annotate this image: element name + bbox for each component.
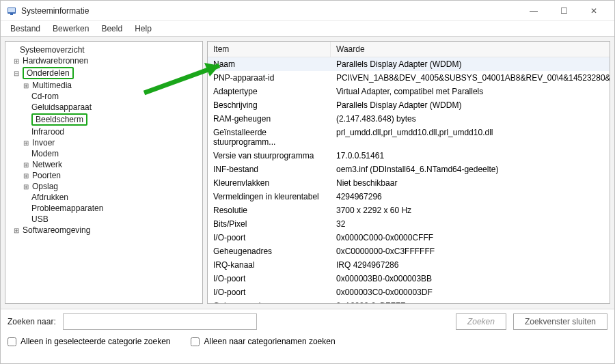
col-item[interactable]: Item [208,42,331,57]
search-bar: Zoeken naar: Zoeken Zoekvenster sluiten … [1,309,614,363]
table-row[interactable]: I/O-poort0x000003C0-0x000003DF [208,285,610,299]
cell-value: (2.147.483.648) bytes [331,113,610,124]
tree-netwerk[interactable]: ⊞Netwerk [7,159,201,170]
tree-usb[interactable]: USB [7,214,201,225]
menu-bestand[interactable]: Bestand [5,23,46,35]
cell-value: Niet beschikbaar [331,178,610,188]
table-row[interactable]: I/O-poort0x000003B0-0x000003BB [208,272,610,285]
table-row[interactable]: INF-bestandoem3.inf (DDInstall64_6.NTamd… [208,163,610,176]
cell-key: IRQ-kanaal [208,260,331,270]
col-waarde[interactable]: Waarde [331,42,610,57]
cell-value: 32 [331,219,610,229]
tree-onderdelen[interactable]: ⊟Onderdelen [7,66,201,80]
close-search-button[interactable]: Zoekvenster sluiten [513,313,607,330]
table-row[interactable]: Bits/Pixel32 [208,217,610,231]
cell-key: I/O-poort [208,287,331,298]
table-row[interactable]: RAM-geheugen(2.147.483.648) bytes [208,112,610,126]
table-row[interactable]: Resolutie3700 x 2292 x 60 Hz [208,204,610,217]
cell-value: IRQ 4294967286 [331,260,610,270]
tree-hardwarebronnen[interactable]: ⊞Hardwarebronnen [7,55,201,66]
cell-key: PNP-apparaat-id [208,72,331,83]
cell-value: PCI\VEN_1AB8&DEV_4005&SUBSYS_04001AB8&RE… [331,72,610,83]
table-row[interactable]: Geheugenadres0xC0000000-0xC3FFFFFF [208,244,610,258]
expand-icon[interactable]: ⊞ [22,82,29,89]
table-row[interactable]: IRQ-kanaalIRQ 4294967286 [208,258,610,272]
tree-panel: Systeemoverzicht ⊞Hardwarebronnen ⊟Onder… [5,41,203,304]
app-icon [6,5,17,16]
tree-softwareomgeving[interactable]: ⊞Softwareomgeving [7,225,201,236]
cell-key: Resolutie [208,205,331,216]
cell-value: Virtual Adapter, compatibel met Parallel… [331,86,610,97]
minimize-button[interactable]: — [519,1,549,21]
tree-invoer[interactable]: ⊞Invoer [7,137,201,148]
expand-icon[interactable]: ⊞ [22,139,29,147]
cell-value: 3700 x 2292 x 60 Hz [331,205,610,216]
expand-icon[interactable]: ⊞ [12,227,20,234]
search-button[interactable]: Zoeken [456,313,506,330]
tree-root[interactable]: Systeemoverzicht [7,44,201,55]
menu-bewerken[interactable]: Bewerken [47,23,94,35]
svg-rect-2 [10,14,13,15]
tree-cdrom[interactable]: Cd-rom [7,91,201,102]
tree-poorten[interactable]: ⊞Poorten [7,170,201,181]
expand-icon[interactable]: ⊞ [22,172,29,180]
cell-value: 0x000003C0-0x000003DF [331,287,610,298]
menu-beeld[interactable]: Beeld [96,23,128,35]
cell-key: I/O-poort [208,232,331,243]
tree-opslag[interactable]: ⊞Opslag [7,181,201,192]
cell-value: 0x0000C000-0x0000CFFF [331,232,610,243]
cell-value: 0xC0000000-0xC3FFFFFF [331,246,610,257]
cell-key: Kleurenvlakken [208,178,331,188]
maximize-button[interactable]: ☐ [549,1,579,21]
window-title: Systeeminformatie [21,6,89,16]
cell-key: Geheugenadres [208,246,331,257]
close-button[interactable]: ✕ [579,1,609,21]
tree-afdrukken[interactable]: Afdrukken [7,192,201,203]
expand-icon[interactable]: ⊞ [22,161,29,169]
cell-value: prl_umdd.dll,prl_umdd10.dll,prl_umdd10.d… [331,127,610,148]
table-row[interactable]: PNP-apparaat-idPCI\VEN_1AB8&DEV_4005&SUB… [208,71,610,85]
cell-key: Versie van stuurprogramma [208,150,331,161]
cell-key: INF-bestand [208,164,331,175]
table-body: NaamParallels Display Adapter (WDDM)PNP-… [208,57,610,304]
menu-help[interactable]: Help [129,23,157,35]
tree-geluidsapparaat[interactable]: Geluidsapparaat [7,102,201,113]
check-category-names[interactable]: Alleen naar categorienamen zoeken [191,337,335,346]
cell-value: 4294967296 [331,191,610,202]
tree-probleemapparaten[interactable]: Probleemapparaten [7,203,201,214]
titlebar: Systeeminformatie — ☐ ✕ [1,1,614,21]
tree-multimedia[interactable]: ⊞Multimedia [7,80,201,91]
collapse-icon[interactable]: ⊟ [12,70,20,77]
table-header: Item Waarde [208,42,610,57]
cell-key: Geïnstalleerde stuurprogramm... [208,127,331,148]
cell-key: RAM-geheugen [208,113,331,124]
cell-key: Adaptertype [208,86,331,97]
table-row[interactable]: BeschrijvingParallels Display Adapter (W… [208,98,610,112]
table-row[interactable]: NaamParallels Display Adapter (WDDM) [208,57,610,71]
svg-rect-1 [8,8,15,12]
cell-key: Geheugenadres [208,300,331,304]
cell-value: 0xA0000-0xBFFFF [331,300,610,304]
table-row[interactable]: I/O-poort0x0000C000-0x0000CFFF [208,231,610,244]
tree-infrarood[interactable]: Infrarood [7,126,201,137]
table-row[interactable]: Geïnstalleerde stuurprogramm...prl_umdd.… [208,126,610,149]
cell-value: 17.0.0.51461 [331,150,610,161]
cell-key: Beschrijving [208,100,331,111]
expand-icon[interactable]: ⊞ [22,183,29,191]
check-selected-category[interactable]: Alleen in geselecteerde categorie zoeken [8,337,170,346]
table-row[interactable]: Versie van stuurprogramma17.0.0.51461 [208,149,610,163]
cell-key: I/O-poort [208,273,331,284]
tree-modem[interactable]: Modem [7,148,201,159]
tree-beeldscherm[interactable]: Beeldscherm [7,113,201,126]
table-row[interactable]: AdaptertypeVirtual Adapter, compatibel m… [208,85,610,98]
search-label: Zoeken naar: [8,317,56,326]
table-row[interactable]: Vermeldingen in kleurentabel4294967296 [208,190,610,204]
cell-value: oem3.inf (DDInstall64_6.NTamd64-gedeelte… [331,164,610,175]
search-input[interactable] [63,313,258,330]
table-row[interactable]: KleurenvlakkenNiet beschikbaar [208,176,610,190]
expand-icon[interactable]: ⊞ [12,57,20,65]
cell-key: Bits/Pixel [208,219,331,229]
table-row[interactable]: Geheugenadres0xA0000-0xBFFFF [208,299,610,304]
cell-key: Naam [208,59,331,70]
cell-value: Parallels Display Adapter (WDDM) [331,100,610,111]
